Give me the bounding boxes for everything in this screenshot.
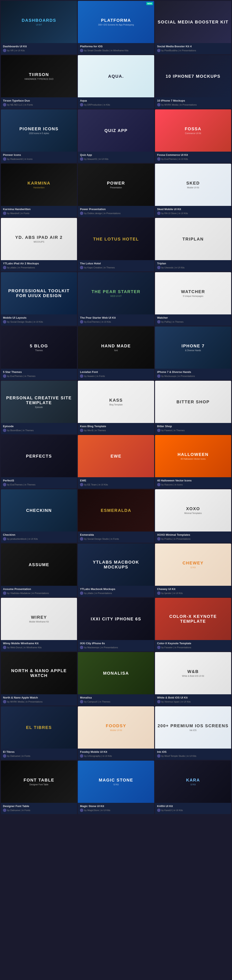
thumb-content: QUIZ APP bbox=[78, 110, 154, 152]
item-title: 40 Halloween Vector Icons bbox=[157, 479, 229, 482]
product-item-kara-ui[interactable]: KARA UI Kit KARA UI Kit by KaraUI | in U… bbox=[155, 760, 231, 814]
author-avatar bbox=[157, 700, 160, 703]
item-info: Quiz App by bbauer01 | in UI Kits bbox=[78, 152, 154, 163]
product-item-color-x-keynote[interactable]: COLOR-X KEYNOTE TEMPLATE Color-X Keynote… bbox=[155, 598, 231, 651]
thumb-content: Personal Creative Site Template Episode bbox=[1, 381, 77, 423]
product-item-aqua[interactable]: Aqua. Aqua by DRProduction | in Kits bbox=[78, 55, 154, 108]
product-item-tirson-typeface[interactable]: TIIRSON HANDMADE TYPEFACE DUO Tirson Typ… bbox=[1, 55, 77, 108]
product-item-sked-mobile-kit[interactable]: sked Mobile UI Kit Sked Mobile UI Kit by… bbox=[155, 164, 231, 217]
author-avatar bbox=[80, 103, 83, 107]
product-item-magic-stone-ui[interactable]: Magic Stone UI Kit Magic Stone UI Kit by… bbox=[78, 760, 154, 814]
product-item-el-tibres[interactable]: EL TIBRES El Tibres by Dalnueve | in Fon… bbox=[1, 706, 77, 760]
author-avatar bbox=[3, 646, 6, 649]
item-info: Aqua by DRProduction | in Kits bbox=[78, 97, 154, 108]
product-item-power-presentation[interactable]: POWER Presentation Power Presentation by… bbox=[78, 164, 154, 217]
item-thumbnail: Halloween 40 Halloween Vector Icons bbox=[155, 435, 231, 477]
thumb-content: CheckInn bbox=[1, 489, 77, 531]
product-item-lotus-hotel[interactable]: The Lotus Hotel The Lotus Hotel by Kapo … bbox=[78, 218, 154, 271]
author-avatar bbox=[3, 49, 6, 52]
product-item-bitter-shop[interactable]: Bitter Shop Bitter Shop by Fawest | in T… bbox=[155, 381, 231, 434]
item-thumbnail: COLOR-X KEYNOTE TEMPLATE bbox=[155, 598, 231, 640]
item-title: Checkinn bbox=[3, 533, 75, 536]
product-item-halloween-icons[interactable]: Halloween 40 Halloween Vector Icons 40 H… bbox=[155, 435, 231, 488]
thumb-subtitle: Themes bbox=[35, 349, 43, 352]
item-author-category: by Mackeenpo | in Presentations bbox=[84, 646, 118, 649]
item-thumbnail: Magic Stone UI Kit bbox=[78, 760, 154, 803]
product-item-mobile-ui-layouts[interactable]: Professional toolkit for UI/UX design Mo… bbox=[1, 272, 77, 326]
product-item-fossa-commerce[interactable]: FOSSA Commerce UI Kit Fossa Commerce UI … bbox=[155, 110, 231, 163]
product-item-social-media-booster[interactable]: Social Media Booster Kit Social Media Bo… bbox=[155, 1, 231, 54]
item-thumbnail: 5 Blog Themes bbox=[1, 326, 77, 369]
product-item-ytdabs-ipad[interactable]: YD. abs iPad Air 2 MOCKUPS YTLabs iPad A… bbox=[1, 218, 77, 271]
product-item-leviafan-font[interactable]: Hand Made font Leviafan Font by Ikawen |… bbox=[78, 326, 154, 380]
thumb-content: PLATFORMA 300+ iOS Screens for App Proto… bbox=[78, 1, 154, 43]
product-item-platforma-ios[interactable]: PLATFORMA 300+ iOS Screens for App Proto… bbox=[78, 1, 154, 54]
item-meta: by Radesworld | in Icons bbox=[3, 158, 75, 161]
product-item-designer-font-table[interactable]: FONT TABLE Designer Font Table Designer … bbox=[1, 760, 77, 814]
product-item-ytlabs-macbook[interactable]: YTLabs Macbook MOCKUPS YTLabs Macbook Mo… bbox=[78, 544, 154, 597]
product-item-ixxi-city-phone[interactable]: IXXi City iPhone 6s IXXi City iPhone 6s … bbox=[78, 598, 154, 651]
item-thumbnail: Kass Blog Template bbox=[78, 381, 154, 423]
product-item-pear-starter[interactable]: The Pear Starter WEB UI KIT The Pear Sta… bbox=[78, 272, 154, 326]
product-item-wirey-wireframe[interactable]: WIREY Mobile Wireframe Kit Wirey Mobile … bbox=[1, 598, 77, 651]
thumb-title: w&b bbox=[187, 669, 199, 674]
product-item-dashboards-ui-kit[interactable]: DASHBOARDS UI KIT Dashboards UI Kit by V… bbox=[1, 1, 77, 54]
thumb-title: Halloween bbox=[178, 452, 208, 457]
item-author-category: by UXicography | in UI Kits bbox=[84, 755, 112, 757]
product-item-triplan[interactable]: Triplan Triplan by Uiwoods | in UI Kits bbox=[155, 218, 231, 271]
item-info: White & Bold iOS UI Kit by Xtremus Ispan… bbox=[155, 694, 231, 705]
item-author-category: by EvaThemes | in Themes bbox=[7, 375, 35, 377]
item-info: Esmeralda by Social Design Studio | in F… bbox=[78, 531, 154, 542]
thumb-title: The Pear Starter bbox=[91, 289, 141, 294]
product-item-pioneer-icons[interactable]: PIONEER ICONS 1010 icons in 5 styles Pio… bbox=[1, 110, 77, 163]
item-title: Tirson Typeface Duo bbox=[3, 99, 75, 102]
thumb-subtitle: Mobile UI Kit bbox=[187, 186, 199, 189]
product-item-karmina-handwritten[interactable]: Karmina Handwritten Karmina Handwritten … bbox=[1, 164, 77, 217]
product-item-ewe[interactable]: EWE EWE by EE Team | in UI Kits bbox=[78, 435, 154, 488]
product-item-assume[interactable]: assume Assume Presentation by Vladislav-… bbox=[1, 544, 77, 597]
item-info: YTLabs Macbook Mockups by ytlabs | in Pr… bbox=[78, 586, 154, 597]
product-item-episode[interactable]: Personal Creative Site Template Episode … bbox=[1, 381, 77, 434]
author-avatar bbox=[157, 320, 160, 323]
item-thumbnail: WIREY Mobile Wireframe Kit bbox=[1, 598, 77, 640]
product-item-chewey-ui-kit[interactable]: Chewey UI Kit Chewey UI Kit by Ijander |… bbox=[155, 544, 231, 597]
item-title: XOXO Minimal Templates bbox=[157, 533, 229, 536]
author-avatar bbox=[3, 808, 6, 812]
product-item-xoxo-minimal[interactable]: XOXO Minimal Templates XOXO Minimal Temp… bbox=[155, 489, 231, 542]
product-item-perfectS[interactable]: PerfectS PerfectS by EvaThemes | in Them… bbox=[1, 435, 77, 488]
item-meta: by VR | in UI Kits bbox=[3, 49, 75, 52]
item-meta: by bbauer01 | in UI Kits bbox=[80, 158, 152, 161]
item-author-category: by Social Design Studio | in Fonts bbox=[84, 538, 119, 540]
item-meta: by Dalnueve | in Fonts bbox=[3, 754, 75, 758]
product-item-ink-ios[interactable]: 200+ Premium iOS Screens Ink iOS Ink iOS… bbox=[155, 706, 231, 760]
item-info: Leviafan Font by Ikawen | in Fonts bbox=[78, 369, 154, 380]
item-info: 10 iPhone 7 Mockups by MVRK Media | in P… bbox=[155, 97, 231, 108]
item-title: White & Bold iOS UI Kit bbox=[157, 696, 229, 699]
product-item-10-iphone7-mockups[interactable]: 10 iPHONE7 MOCKUPS 10 iPhone 7 Mockups b… bbox=[155, 55, 231, 108]
product-item-iphone7-diverse-hands[interactable]: iPhone 7 & Diverse Hands iPhone 7 & Dive… bbox=[155, 326, 231, 380]
product-item-kass-blog[interactable]: Kass Blog Template Kass Blog Template by… bbox=[78, 381, 154, 434]
thumb-subtitle: Blog Template bbox=[109, 404, 123, 406]
product-item-esmeralda[interactable]: Esmeralda Esmeralda by Social Design Stu… bbox=[78, 489, 154, 542]
item-info: Sked Mobile UI Kit by RA UI Store | in U… bbox=[155, 206, 231, 217]
item-meta: by KaraUI | in UI Kits bbox=[157, 808, 229, 812]
item-thumbnail: EWE bbox=[78, 435, 154, 477]
item-meta: by Xtremus Ispan | in UI Kits bbox=[157, 700, 229, 703]
thumb-content: WATCHER 9 Unique Homepages bbox=[155, 272, 231, 314]
product-item-north-nano-apple[interactable]: North & Nano Apple Watch North & Nano Ap… bbox=[1, 652, 77, 705]
product-item-white-bold-ios[interactable]: w&b White & Bold iOS UI Kit White & Bold… bbox=[155, 652, 231, 705]
product-item-checkinn[interactable]: CheckInn Checkinn by productionblock | i… bbox=[1, 489, 77, 542]
product-item-quiz-app[interactable]: QUIZ APP Quiz App by bbauer01 | in UI Ki… bbox=[78, 110, 154, 163]
item-title: Platforma for iOS bbox=[80, 45, 152, 48]
item-author-category: by Dalnueve | in Fonts bbox=[7, 809, 30, 811]
thumb-title: IXXi City iPhone 6s bbox=[91, 617, 141, 622]
product-item-foodsy-mobile[interactable]: Foodsy Mobile UI Kit Foodsy Mobile UI Ki… bbox=[78, 706, 154, 760]
product-item-monalisa[interactable]: Monalisa Monalisa by CampusX | in Themes bbox=[78, 652, 154, 705]
item-thumbnail: PerfectS bbox=[1, 435, 77, 477]
item-thumbnail: Triplan bbox=[155, 218, 231, 260]
author-avatar bbox=[157, 49, 160, 52]
item-info: Ink iOS by Woof Temple Studio | in UI Ki… bbox=[155, 749, 231, 760]
product-item-watcher[interactable]: WATCHER 9 Unique Homepages Watcher by Pa… bbox=[155, 272, 231, 326]
product-item-5-star-themes[interactable]: 5 Blog Themes 5 Star Themes by EvaThemes… bbox=[1, 326, 77, 380]
item-author-category: by productionblock | in UI Kits bbox=[7, 538, 38, 540]
